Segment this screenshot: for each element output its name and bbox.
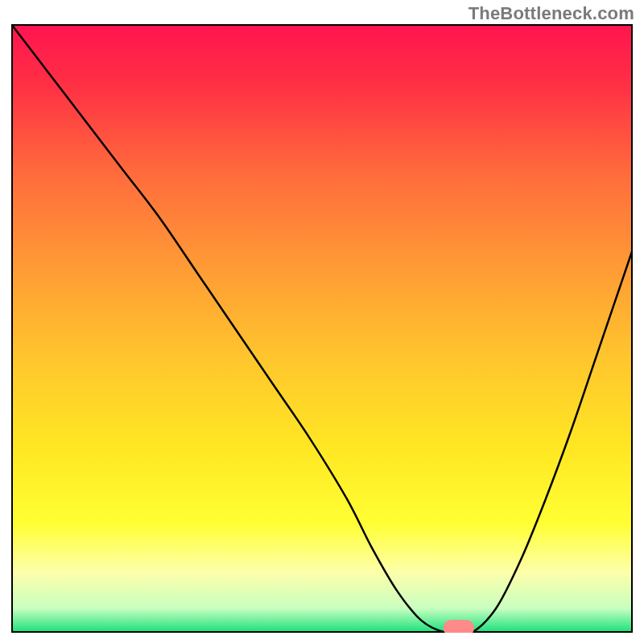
chart-svg <box>11 24 633 633</box>
plot-area <box>11 24 633 633</box>
watermark-text: TheBottleneck.com <box>469 3 634 24</box>
gradient-background <box>11 24 633 633</box>
chart-container: TheBottleneck.com <box>0 0 644 644</box>
optimal-point-marker <box>444 620 475 633</box>
